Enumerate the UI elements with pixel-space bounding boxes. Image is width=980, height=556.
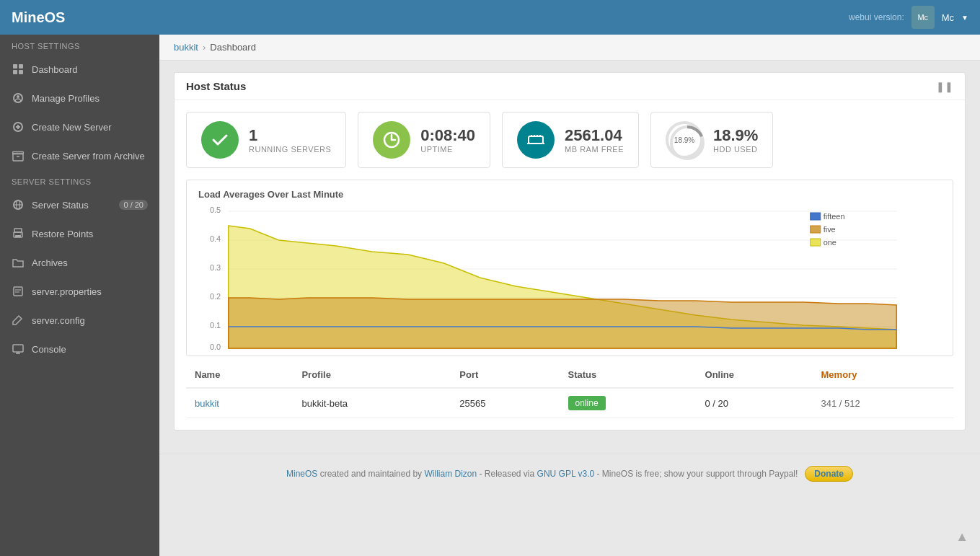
user-name: Mc <box>942 12 954 23</box>
svg-text:0.4: 0.4 <box>210 234 221 243</box>
status-cards: 1 RUNNING SERVERS <box>186 112 953 168</box>
status-badge: online <box>568 396 606 410</box>
uptime-text: 0:08:40 UPTIME <box>420 126 475 154</box>
host-status-panel: Host Status ❚❚ 1 RUNNING <box>174 72 966 431</box>
sidebar-item-manage-profiles[interactable]: Manage Profiles <box>0 84 159 112</box>
sidebar-item-server-properties-label: server.properties <box>32 286 102 297</box>
grid-icon <box>12 63 25 76</box>
load-chart-svg: 0.5 0.4 0.3 0.2 0.1 0.0 <box>193 206 947 350</box>
panel-title: Host Status <box>186 80 246 92</box>
uptime-label: UPTIME <box>420 145 475 154</box>
svg-text:0.5: 0.5 <box>210 206 221 214</box>
uptime-value: 0:08:40 <box>420 126 475 145</box>
svg-rect-1 <box>19 64 23 69</box>
panel-body: 1 RUNNING SERVERS <box>175 100 965 430</box>
server-port: 25565 <box>451 388 559 418</box>
webui-version-label: webui version: <box>849 12 904 22</box>
svg-rect-10 <box>13 152 24 154</box>
col-port: Port <box>451 362 559 388</box>
col-memory: Memory <box>813 362 953 388</box>
sidebar-item-console-label: Console <box>32 344 66 355</box>
sidebar-item-archives[interactable]: Archives <box>0 248 159 277</box>
panel-header: Host Status ❚❚ <box>175 73 965 100</box>
panel-collapse-button[interactable]: ❚❚ <box>936 81 953 92</box>
sidebar-item-server-status-label: Server Status <box>32 200 89 211</box>
plus-circle-icon <box>12 120 25 133</box>
svg-rect-0 <box>13 64 17 69</box>
svg-rect-17 <box>15 235 21 237</box>
svg-rect-53 <box>811 226 821 233</box>
col-name: Name <box>186 362 293 388</box>
svg-rect-3 <box>19 70 23 74</box>
server-name-link[interactable]: bukkit <box>195 398 219 409</box>
edit-icon <box>12 285 25 298</box>
header-right: webui version: Mc Mc ▼ <box>849 6 968 29</box>
table-row: bukkit bukkit-beta 25565 online 0 / 20 3… <box>186 388 953 418</box>
hdd-text: 18.9% HDD USED <box>713 126 758 154</box>
svg-text:one: one <box>824 238 836 247</box>
svg-rect-51 <box>811 213 821 220</box>
license-link[interactable]: GNU GPL v3.0 <box>537 469 595 479</box>
sidebar-item-server-config[interactable]: server.config <box>0 306 159 335</box>
svg-text:five: five <box>824 225 836 234</box>
ram-icon <box>517 121 555 159</box>
footer: MineOS created and maintained by William… <box>159 454 980 493</box>
server-memory: 341 / 512 <box>813 388 953 418</box>
svg-rect-2 <box>13 70 17 74</box>
sidebar: HOST SETTINGS Dashboard Manage Profiles <box>0 35 159 556</box>
col-profile: Profile <box>293 362 451 388</box>
hdd-used-card: 18.9% 18.9% HDD USED <box>650 112 773 168</box>
content-area: Host Status ❚❚ 1 RUNNING <box>159 61 980 454</box>
server-online: 0 / 20 <box>697 388 813 418</box>
sidebar-item-dashboard[interactable]: Dashboard <box>0 55 159 84</box>
running-servers-card: 1 RUNNING SERVERS <box>186 112 346 168</box>
svg-text:0.0: 0.0 <box>210 343 221 350</box>
sidebar-item-dashboard-label: Dashboard <box>32 64 78 75</box>
ram-text: 2561.04 MB RAM FREE <box>565 126 624 154</box>
svg-point-5 <box>17 95 19 98</box>
sidebar-item-server-properties[interactable]: server.properties <box>0 277 159 306</box>
monitor-icon <box>12 343 25 356</box>
server-settings-section: SERVER SETTINGS <box>0 170 159 190</box>
sidebar-item-manage-profiles-label: Manage Profiles <box>32 93 100 104</box>
scroll-up-button[interactable]: ▲ <box>955 529 968 544</box>
svg-rect-19 <box>14 287 22 296</box>
breadcrumb-server-link[interactable]: bukkit <box>174 42 198 53</box>
svg-rect-9 <box>13 154 23 161</box>
hdd-label: HDD USED <box>713 145 758 154</box>
main-content: bukkit › Dashboard Host Status ❚❚ <box>159 35 980 556</box>
user-dropdown-icon[interactable]: ▼ <box>961 14 968 22</box>
server-table: Name Profile Port Status Online Memory b… <box>186 362 953 418</box>
load-chart-container: Load Averages Over Last Minute 0.5 0.4 0… <box>186 180 953 356</box>
sidebar-item-console[interactable]: Console <box>0 335 159 363</box>
edit2-icon <box>12 314 25 327</box>
sidebar-item-create-new-server-label: Create New Server <box>32 122 112 133</box>
sidebar-item-create-server-from-archive[interactable]: Create Server from Archive <box>0 141 159 170</box>
svg-rect-55 <box>811 239 821 246</box>
svg-point-18 <box>20 234 22 235</box>
server-status-badge: 0 / 20 <box>119 200 148 210</box>
author-link[interactable]: William Dizon <box>424 469 477 479</box>
svg-marker-50 <box>229 298 896 348</box>
ram-label: MB RAM FREE <box>565 145 624 154</box>
hdd-value: 18.9% <box>713 126 758 145</box>
donate-button[interactable]: Donate <box>805 466 853 482</box>
svg-rect-22 <box>13 345 23 352</box>
avatar: Mc <box>911 6 935 29</box>
svg-text:fifteen: fifteen <box>824 212 845 221</box>
sidebar-item-create-new-server[interactable]: Create New Server <box>0 112 159 141</box>
svg-rect-28 <box>529 136 543 144</box>
server-profile: bukkit-beta <box>293 388 451 418</box>
ram-value: 2561.04 <box>565 126 624 145</box>
sidebar-item-server-status[interactable]: Server Status 0 / 20 <box>0 190 159 219</box>
col-online: Online <box>697 362 813 388</box>
sidebar-item-restore-points[interactable]: Restore Points <box>0 219 159 248</box>
sidebar-item-create-from-archive-label: Create Server from Archive <box>32 151 145 162</box>
top-header: MineOS webui version: Mc Mc ▼ <box>0 0 980 35</box>
mineos-link[interactable]: MineOS <box>286 469 317 479</box>
breadcrumb-separator: › <box>203 42 206 53</box>
sidebar-item-server-config-label: server.config <box>32 315 85 326</box>
globe-icon <box>12 198 25 211</box>
svg-text:0.3: 0.3 <box>210 263 221 272</box>
hdd-circle: 18.9% <box>666 121 703 159</box>
